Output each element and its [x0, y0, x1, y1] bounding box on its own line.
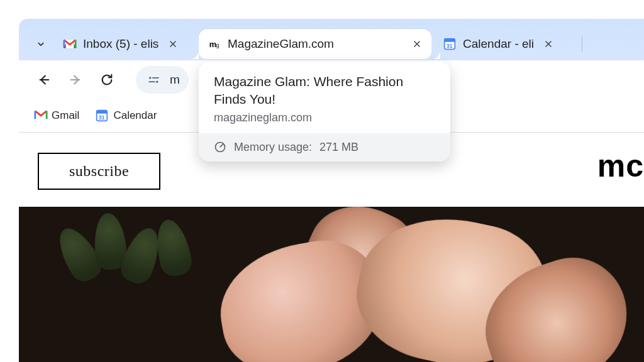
tab-title: Inbox (5) - elis	[83, 37, 158, 51]
omnibox-text: m	[170, 73, 180, 87]
bookmark-calendar[interactable]: 31 Calendar	[96, 109, 157, 122]
site-favicon: mg	[208, 37, 221, 51]
tab-title: MagazineGlam.com	[228, 37, 402, 51]
hover-card-memory-row: Memory usage: 271 MB	[199, 133, 450, 162]
hero-image	[19, 207, 644, 362]
tab-title: Calendar - eli	[463, 37, 534, 51]
svg-text:m: m	[209, 40, 216, 49]
tab-separator	[582, 36, 582, 52]
svg-rect-9	[148, 81, 155, 82]
close-icon	[543, 39, 553, 49]
tab-close-button[interactable]	[540, 36, 557, 52]
bookmark-label: Calendar	[113, 109, 157, 122]
svg-rect-4	[445, 39, 455, 42]
svg-point-8	[156, 80, 158, 82]
tab-close-button[interactable]	[165, 36, 181, 52]
hover-card-title: Magazine Glam: Where Fashion Finds You!	[214, 73, 435, 109]
gmail-icon	[34, 109, 47, 122]
tab-hover-card: Magazine Glam: Where Fashion Finds You! …	[199, 62, 450, 162]
forward-button[interactable]	[63, 67, 88, 92]
arrow-right-icon	[69, 73, 82, 87]
memory-label: Memory usage:	[234, 141, 312, 154]
tab-magazineglam[interactable]: mg MagazineGlam.com	[199, 29, 431, 59]
bookmark-label: Gmail	[52, 109, 79, 122]
calendar-icon: 31	[96, 109, 108, 122]
subscribe-button[interactable]: subscribe	[38, 153, 160, 190]
svg-rect-11	[97, 111, 108, 114]
chevron-down-icon	[35, 38, 47, 50]
gmail-icon	[63, 37, 77, 51]
tab-gmail[interactable]: Inbox (5) - elis	[54, 29, 196, 59]
svg-text:31: 31	[447, 43, 453, 49]
bookmark-gmail[interactable]: Gmail	[34, 109, 79, 122]
calendar-icon: 31	[443, 37, 457, 51]
tab-strip: Inbox (5) - elis mg MagazineGlam.com 31 …	[30, 26, 644, 62]
site-logo: mc	[597, 148, 644, 184]
svg-text:g: g	[216, 43, 219, 48]
reload-icon	[100, 73, 114, 87]
back-button[interactable]	[31, 67, 57, 92]
tab-close-button[interactable]	[409, 36, 425, 52]
tune-icon	[147, 75, 161, 85]
omnibox[interactable]: m	[136, 66, 189, 94]
page-content: subscribe mc	[19, 133, 644, 362]
svg-text:31: 31	[99, 114, 105, 121]
site-settings-button[interactable]	[145, 73, 164, 87]
close-icon	[168, 39, 178, 49]
tab-search-button[interactable]	[30, 33, 52, 55]
foliage-decoration	[57, 213, 208, 295]
reload-button[interactable]	[94, 67, 119, 92]
svg-rect-7	[152, 77, 159, 79]
speedometer-icon	[214, 141, 226, 153]
hover-card-domain: magazineglam.com	[214, 111, 435, 124]
arrow-left-icon	[37, 73, 51, 87]
memory-value: 271 MB	[319, 141, 358, 154]
close-icon	[412, 39, 422, 49]
tab-calendar[interactable]: 31 Calendar - eli	[434, 29, 577, 59]
svg-point-6	[149, 77, 151, 79]
